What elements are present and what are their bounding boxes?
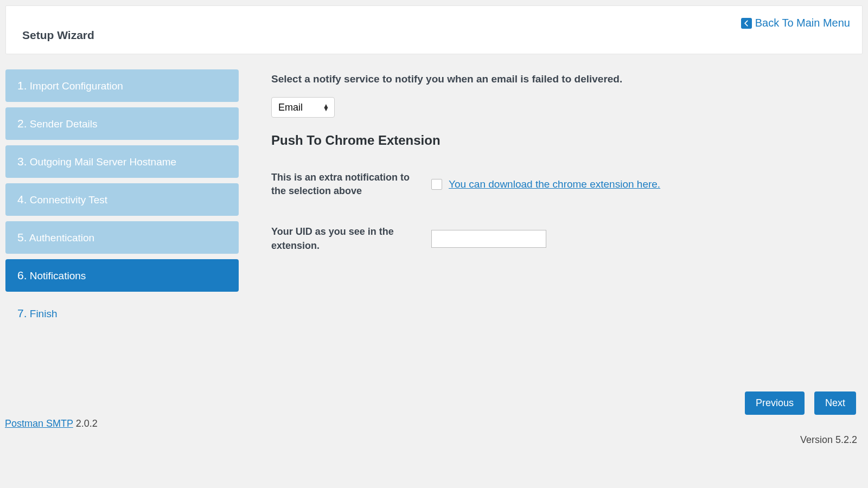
step-label: Finish <box>30 308 58 319</box>
step-authentication[interactable]: 5. Authentication <box>5 221 239 254</box>
step-label: Connectivity Test <box>30 194 107 206</box>
instruction-text: Select a notify service to notify you wh… <box>271 73 846 85</box>
extra-notification-label: This is an extra notification to the sel… <box>271 171 431 198</box>
step-label: Notifications <box>30 270 86 281</box>
step-number: 3. <box>17 155 27 168</box>
step-connectivity-test[interactable]: 4. Connectivity Test <box>5 183 239 216</box>
wizard-nav-buttons: Previous Next <box>745 391 856 415</box>
uid-label: Your UID as you see in the extension. <box>271 225 431 252</box>
uid-row: Your UID as you see in the extension. <box>271 225 846 252</box>
footer-plugin-info: Postman SMTP 2.0.2 <box>5 418 98 429</box>
footer-wp-version: Version 5.2.2 <box>800 434 857 446</box>
step-number: 5. <box>17 231 27 243</box>
step-number: 4. <box>17 193 27 206</box>
chrome-download-link[interactable]: You can download the chrome extension he… <box>449 178 660 190</box>
back-label: Back To Main Menu <box>755 17 850 29</box>
section-heading: Push To Chrome Extension <box>271 133 846 148</box>
step-outgoing-mail-server[interactable]: 3. Outgoing Mail Server Hostname <box>5 145 239 178</box>
next-button[interactable]: Next <box>814 391 856 415</box>
step-number: 2. <box>17 117 27 130</box>
chrome-extension-checkbox[interactable] <box>431 179 442 190</box>
step-finish: 7. Finish <box>5 297 239 330</box>
previous-button[interactable]: Previous <box>745 391 805 415</box>
step-number: 6. <box>17 269 27 281</box>
step-number: 1. <box>17 79 27 92</box>
step-label: Outgoing Mail Server Hostname <box>30 156 176 168</box>
back-to-main-link[interactable]: Back To Main Menu <box>741 17 850 29</box>
plugin-name-link[interactable]: Postman SMTP <box>5 418 73 429</box>
page-title: Setup Wizard <box>22 29 846 42</box>
wizard-content: Select a notify service to notify you wh… <box>271 60 863 280</box>
step-sender-details[interactable]: 2. Sender Details <box>5 107 239 140</box>
chrome-extension-row: This is an extra notification to the sel… <box>271 171 846 198</box>
step-label: Sender Details <box>30 118 98 130</box>
step-notifications[interactable]: 6. Notifications <box>5 259 239 292</box>
step-number: 7. <box>17 307 27 319</box>
step-label: Import Configuration <box>30 80 123 92</box>
uid-input[interactable] <box>431 230 546 248</box>
wizard-steps-sidebar: 1. Import Configuration 2. Sender Detail… <box>5 60 239 335</box>
step-label: Authentication <box>29 232 94 243</box>
header-card: Back To Main Menu Setup Wizard <box>5 5 863 54</box>
arrow-left-icon <box>741 18 752 29</box>
plugin-version: 2.0.2 <box>73 418 98 429</box>
step-import-configuration[interactable]: 1. Import Configuration <box>5 69 239 102</box>
notify-service-select[interactable]: Email <box>271 97 335 118</box>
notify-service-select-wrap: Email ▲▼ <box>271 97 335 118</box>
